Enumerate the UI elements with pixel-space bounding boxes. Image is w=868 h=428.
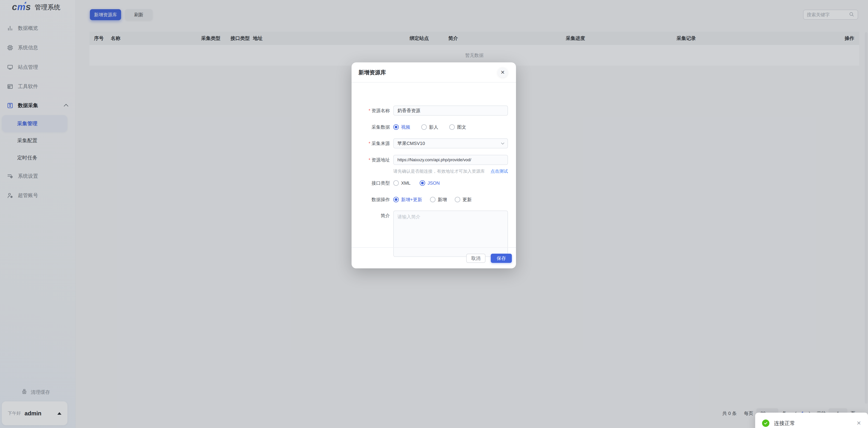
source-field-label: *采集来源 <box>351 138 390 148</box>
address-hint-row: 请先确认是否能连接，有效地址才可加入资源库 点击测试 <box>393 168 508 175</box>
collect-data-radio-group: 视频 影人 图文 <box>393 122 508 132</box>
toast-close-icon[interactable]: ✕ <box>857 420 861 426</box>
radio-circle-icon <box>393 124 399 130</box>
required-mark: * <box>369 157 370 162</box>
test-connection-link[interactable]: 点击测试 <box>491 168 508 175</box>
operation-radio-group: 新增+更新 新增 更新 <box>393 194 508 205</box>
success-toast: 连接正常 ✕ <box>755 412 868 428</box>
radio-xml[interactable]: XML <box>393 180 410 186</box>
radio-video[interactable]: 视频 <box>393 124 410 130</box>
operation-label: 数据操作 <box>351 194 390 205</box>
close-icon[interactable]: ✕ <box>498 67 508 78</box>
source-field-wrap: 苹果CMSV10 <box>393 138 508 148</box>
radio-circle-icon <box>393 180 399 186</box>
radio-circle-icon <box>455 197 460 202</box>
add-resource-dialog: 新增资源库 ✕ *资源名称 采集数据 视频 影人 <box>351 62 516 268</box>
resource-url-input[interactable] <box>393 155 508 165</box>
radio-circle-icon <box>393 197 399 202</box>
api-type-radio-group: XML JSON <box>393 178 508 188</box>
toast-message: 连接正常 <box>774 420 795 427</box>
success-check-icon <box>762 420 769 427</box>
required-mark: * <box>369 108 370 113</box>
radio-circle-icon <box>449 124 455 130</box>
address-field-wrap <box>393 155 508 165</box>
collect-source-select[interactable]: 苹果CMSV10 <box>393 138 508 148</box>
name-field-label: *资源名称 <box>351 105 390 116</box>
address-field-label: *资源地址 <box>351 155 390 165</box>
name-field-wrap <box>393 105 508 116</box>
chevron-down-icon <box>501 141 504 145</box>
collect-data-label: 采集数据 <box>351 122 390 132</box>
radio-actor[interactable]: 影人 <box>421 124 438 130</box>
intro-label: 简介 <box>351 211 390 221</box>
cancel-button[interactable]: 取消 <box>466 254 486 263</box>
save-button[interactable]: 保存 <box>491 254 512 263</box>
api-type-label: 接口类型 <box>351 178 390 188</box>
radio-circle-icon <box>420 180 425 186</box>
dialog-title: 新增资源库 <box>359 62 386 83</box>
radio-update[interactable]: 更新 <box>455 196 472 203</box>
dialog-header: 新增资源库 ✕ <box>351 62 516 83</box>
select-value: 苹果CMSV10 <box>397 141 425 147</box>
address-hint: 请先确认是否能连接，有效地址才可加入资源库 <box>393 168 485 175</box>
resource-name-input[interactable] <box>393 105 508 116</box>
radio-circle-icon <box>430 197 435 202</box>
radio-add-update[interactable]: 新增+更新 <box>393 196 422 203</box>
required-mark: * <box>369 141 370 146</box>
radio-add[interactable]: 新增 <box>430 196 447 203</box>
radio-article[interactable]: 图文 <box>449 124 466 130</box>
app-root: c m s 管理系统 数据概览 系统信息 站点管理 <box>0 0 868 428</box>
radio-json[interactable]: JSON <box>420 180 440 186</box>
dialog-footer: 取消 保存 <box>351 247 516 268</box>
radio-circle-icon <box>421 124 427 130</box>
